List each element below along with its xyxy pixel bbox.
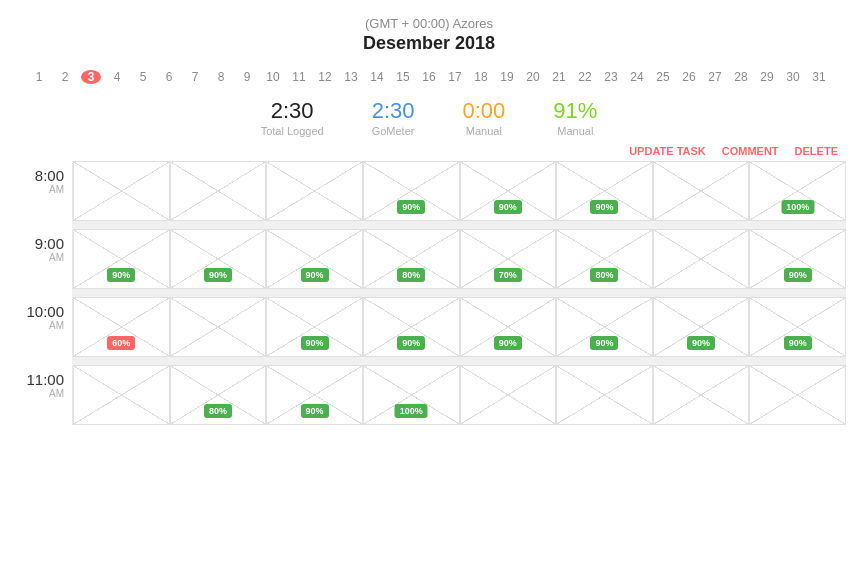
cell-3-7[interactable] (749, 365, 846, 425)
time-row-1: 9:00AM90%90%90%80%70%80%90% (12, 229, 846, 289)
cell-0-2[interactable] (266, 161, 363, 221)
time-row-3: 11:00AM80%90%100% (12, 365, 846, 425)
time-grid: 8:00AM90%90%90%100%9:00AM90%90%90%80%70%… (12, 161, 846, 425)
day-1[interactable]: 1 (29, 70, 49, 84)
day-9[interactable]: 9 (237, 70, 257, 84)
day-18[interactable]: 18 (471, 70, 491, 84)
update-task-button[interactable]: UPDATE TASK (629, 145, 706, 157)
day-23[interactable]: 23 (601, 70, 621, 84)
cell-0-0[interactable] (73, 161, 170, 221)
cell-2-4[interactable]: 90% (460, 297, 557, 357)
day-16[interactable]: 16 (419, 70, 439, 84)
month-title: Desember 2018 (0, 33, 858, 54)
cell-0-6[interactable] (653, 161, 750, 221)
cell-2-3[interactable]: 90% (363, 297, 460, 357)
cell-badge-2-0: 60% (107, 336, 135, 350)
cell-2-5[interactable]: 90% (556, 297, 653, 357)
day-20[interactable]: 20 (523, 70, 543, 84)
day-6[interactable]: 6 (159, 70, 179, 84)
cell-1-3[interactable]: 80% (363, 229, 460, 289)
day-12[interactable]: 12 (315, 70, 335, 84)
cell-3-0[interactable] (73, 365, 170, 425)
cell-3-6[interactable] (653, 365, 750, 425)
day-2[interactable]: 2 (55, 70, 75, 84)
cell-3-5[interactable] (556, 365, 653, 425)
day-30[interactable]: 30 (783, 70, 803, 84)
stats-row: 2:30Total Logged2:30GoMeter0:00Manual91%… (0, 90, 858, 141)
stat-item-1: 2:30GoMeter (372, 98, 415, 137)
action-bar: UPDATE TASK COMMENT DELETE (0, 141, 858, 161)
stat-item-2: 0:00Manual (462, 98, 505, 137)
day-7[interactable]: 7 (185, 70, 205, 84)
time-label-3: 11:00AM (12, 365, 72, 425)
stat-item-3: 91%Manual (553, 98, 597, 137)
cell-badge-2-6: 90% (687, 336, 715, 350)
cells-row-3: 80%90%100% (72, 365, 846, 425)
cell-3-3[interactable]: 100% (363, 365, 460, 425)
stat-label-3: Manual (553, 125, 597, 137)
time-row-2: 10:00AM60%90%90%90%90%90%90% (12, 297, 846, 357)
cell-badge-2-4: 90% (494, 336, 522, 350)
day-5[interactable]: 5 (133, 70, 153, 84)
page-header: (GMT + 00:00) Azores Desember 2018 (0, 0, 858, 62)
cell-1-4[interactable]: 70% (460, 229, 557, 289)
day-25[interactable]: 25 (653, 70, 673, 84)
cell-1-2[interactable]: 90% (266, 229, 363, 289)
cell-1-5[interactable]: 80% (556, 229, 653, 289)
cell-2-2[interactable]: 90% (266, 297, 363, 357)
stat-item-0: 2:30Total Logged (261, 98, 324, 137)
cell-0-4[interactable]: 90% (460, 161, 557, 221)
cell-2-6[interactable]: 90% (653, 297, 750, 357)
day-22[interactable]: 22 (575, 70, 595, 84)
day-24[interactable]: 24 (627, 70, 647, 84)
time-label-2: 10:00AM (12, 297, 72, 357)
day-19[interactable]: 19 (497, 70, 517, 84)
cell-1-0[interactable]: 90% (73, 229, 170, 289)
day-27[interactable]: 27 (705, 70, 725, 84)
cell-2-1[interactable] (170, 297, 267, 357)
day-3[interactable]: 3 (81, 70, 101, 84)
cell-badge-2-3: 90% (397, 336, 425, 350)
row-divider (72, 221, 846, 229)
day-17[interactable]: 17 (445, 70, 465, 84)
day-21[interactable]: 21 (549, 70, 569, 84)
cell-0-5[interactable]: 90% (556, 161, 653, 221)
cell-1-1[interactable]: 90% (170, 229, 267, 289)
cell-badge-3-1: 80% (204, 404, 232, 418)
delete-button[interactable]: DELETE (795, 145, 838, 157)
cell-3-2[interactable]: 90% (266, 365, 363, 425)
day-15[interactable]: 15 (393, 70, 413, 84)
day-8[interactable]: 8 (211, 70, 231, 84)
stat-label-0: Total Logged (261, 125, 324, 137)
cells-row-0: 90%90%90%100% (72, 161, 846, 221)
stat-value-1: 2:30 (372, 98, 415, 124)
cell-0-1[interactable] (170, 161, 267, 221)
day-13[interactable]: 13 (341, 70, 361, 84)
day-28[interactable]: 28 (731, 70, 751, 84)
cell-3-1[interactable]: 80% (170, 365, 267, 425)
cell-0-7[interactable]: 100% (749, 161, 846, 221)
day-29[interactable]: 29 (757, 70, 777, 84)
comment-button[interactable]: COMMENT (722, 145, 779, 157)
cell-2-0[interactable]: 60% (73, 297, 170, 357)
stat-value-0: 2:30 (261, 98, 324, 124)
row-divider (72, 357, 846, 365)
day-31[interactable]: 31 (809, 70, 829, 84)
day-26[interactable]: 26 (679, 70, 699, 84)
time-label-1: 9:00AM (12, 229, 72, 289)
cell-0-3[interactable]: 90% (363, 161, 460, 221)
cell-1-7[interactable]: 90% (749, 229, 846, 289)
day-11[interactable]: 11 (289, 70, 309, 84)
day-14[interactable]: 14 (367, 70, 387, 84)
cell-3-4[interactable] (460, 365, 557, 425)
cell-badge-0-5: 90% (590, 200, 618, 214)
cell-badge-1-1: 90% (204, 268, 232, 282)
day-4[interactable]: 4 (107, 70, 127, 84)
stat-label-2: Manual (462, 125, 505, 137)
day-10[interactable]: 10 (263, 70, 283, 84)
cell-badge-2-7: 90% (784, 336, 812, 350)
cell-1-6[interactable] (653, 229, 750, 289)
cell-badge-1-7: 90% (784, 268, 812, 282)
cell-2-7[interactable]: 90% (749, 297, 846, 357)
cell-badge-3-3: 100% (395, 404, 428, 418)
